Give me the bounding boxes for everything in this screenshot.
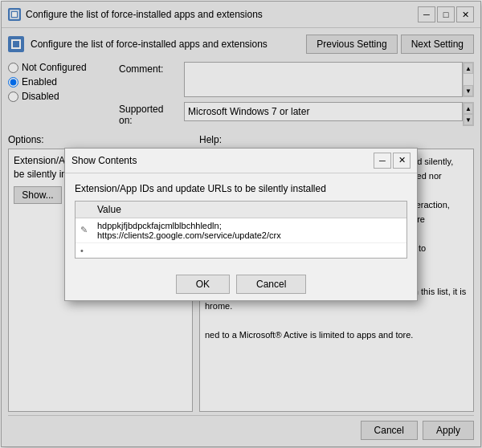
table-value-header: Value [92,202,406,218]
modal-controls: ─ ✕ [374,153,411,169]
modal-overlay: Show Contents ─ ✕ Extension/App IDs and … [2,2,480,446]
show-contents-modal: Show Contents ─ ✕ Extension/App IDs and … [64,148,418,301]
modal-bottom-buttons: OK Cancel [65,268,417,300]
modal-description: Extension/App IDs and update URLs to be … [75,183,407,194]
table-row[interactable]: • [76,242,406,258]
row-1-icon: ✎ [76,218,92,242]
table-icon-header [76,202,92,218]
row-2-value[interactable] [92,242,406,258]
row-1-value[interactable]: hdppkjfjbdpckfajcmlblbchhledln; https://… [92,218,406,242]
modal-table: Value ✎ hdppkjfjbdpckfajcmlblbchhledln; … [76,202,406,258]
row-2-icon: • [76,242,92,258]
modal-body: Extension/App IDs and update URLs to be … [65,173,417,268]
modal-minimize-button[interactable]: ─ [374,153,391,169]
modal-title-bar: Show Contents ─ ✕ [65,149,417,173]
modal-table-container: Value ✎ hdppkjfjbdpckfajcmlblbchhledln; … [75,201,407,259]
modal-cancel-button[interactable]: Cancel [236,275,306,294]
modal-ok-button[interactable]: OK [176,275,230,294]
table-row[interactable]: ✎ hdppkjfjbdpckfajcmlblbchhledln; https:… [76,218,406,242]
modal-title: Show Contents [71,155,137,166]
modal-close-button[interactable]: ✕ [393,153,411,169]
main-window: Configure the list of force-installed ap… [1,1,481,447]
